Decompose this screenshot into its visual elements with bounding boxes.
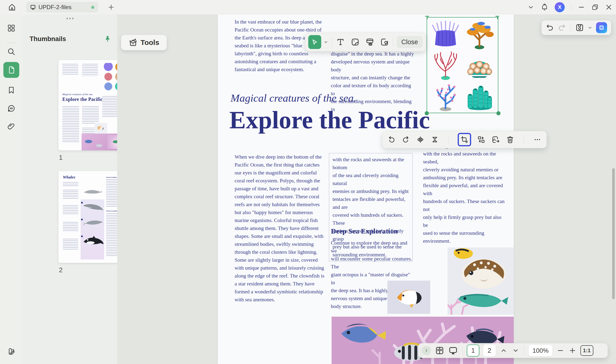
sidebar-item-comments[interactable]	[3, 100, 19, 116]
add-link-button[interactable]	[365, 37, 375, 48]
notifications-bell-icon[interactable]	[541, 3, 548, 11]
tab-list-chevron-icon[interactable]	[527, 4, 534, 11]
page-button-1[interactable]: 1	[467, 345, 479, 357]
previous-page-icon[interactable]	[500, 346, 508, 355]
home-icon	[8, 3, 16, 11]
ai-assistant-button[interactable]	[596, 22, 607, 33]
selection-handle-bottom-left[interactable]	[425, 111, 429, 115]
drag-dots-icon	[65, 17, 75, 20]
chevron-right-icon	[424, 348, 429, 353]
rotate-left-icon[interactable]	[387, 135, 396, 144]
toolbar-divider	[332, 37, 332, 47]
home-button[interactable]	[7, 2, 17, 12]
selection-handle-top-right[interactable]	[495, 16, 499, 19]
chevron-down-icon[interactable]	[323, 39, 328, 45]
sidebar-item-overview[interactable]	[3, 20, 19, 36]
page-navigation-toolbar: 1 2 100% 1:1	[418, 343, 608, 358]
close-window-icon[interactable]	[605, 3, 613, 11]
trash-icon[interactable]	[506, 135, 515, 144]
sidebar-item-attachments[interactable]	[3, 118, 19, 134]
crop-icon	[460, 135, 469, 144]
zoom-level-field[interactable]: 100%	[529, 345, 552, 356]
mini-paragraph	[63, 205, 78, 215]
image-icon	[350, 38, 360, 47]
minimize-icon[interactable]	[577, 3, 585, 11]
bookmark-icon	[7, 86, 16, 94]
search-icon	[7, 47, 16, 56]
rotate-right-icon[interactable]	[402, 135, 410, 144]
save-icon[interactable]	[575, 23, 584, 32]
mini-coral	[103, 73, 113, 82]
zoom-in-icon[interactable]	[568, 346, 576, 355]
actual-size-button[interactable]: 1:1	[580, 345, 593, 356]
new-tab-button[interactable]	[107, 3, 115, 12]
plus-icon	[108, 4, 115, 11]
pin-icon[interactable]	[104, 35, 112, 43]
mini-paragraph	[62, 106, 79, 143]
actual-size-label: 1:1	[583, 347, 591, 354]
mini-coral	[103, 82, 113, 91]
mini-whale-orca	[82, 235, 104, 246]
deep-sea-heading: Deep Sea Exploration	[331, 227, 398, 235]
flip-vertical-icon[interactable]	[431, 135, 439, 144]
panel-title: Thumbnails	[30, 35, 104, 43]
save-options-chevron-icon[interactable]	[587, 25, 593, 30]
page-button-2-label: 2	[488, 347, 491, 354]
sidebar-item-bookmarks[interactable]	[3, 82, 19, 98]
comment-icon	[7, 104, 16, 113]
selected-coral-image[interactable]	[427, 17, 498, 113]
document-tab[interactable]: UPDF-2-files	[26, 2, 98, 13]
page-button-2[interactable]: 2	[483, 345, 496, 357]
panel-drag-handle[interactable]	[23, 17, 117, 20]
sidebar-item-thumbnails[interactable]	[3, 62, 19, 78]
next-page-icon[interactable]	[512, 346, 520, 355]
image-edit-toolbar	[382, 131, 547, 148]
fish-photo-small[interactable]	[387, 281, 430, 314]
user-avatar[interactable]: X	[555, 2, 565, 12]
toolbar-divider	[571, 23, 571, 32]
mini-subtitle: Magical creatures of the sea.	[62, 93, 93, 96]
swatches-icon	[7, 347, 16, 356]
zoom-out-icon[interactable]	[556, 346, 564, 355]
mini-whale-sperm	[83, 219, 104, 228]
tools-button[interactable]: Tools	[121, 35, 167, 50]
undo-icon[interactable]	[546, 23, 554, 32]
selection-toolbar: Close	[305, 33, 426, 52]
selection-handle-bottom-right[interactable]	[496, 111, 501, 115]
fish-photo-right[interactable]	[448, 247, 514, 315]
add-location-button[interactable]	[379, 37, 390, 48]
document-subtitle: Magical creatures of the sea.	[231, 92, 356, 104]
collapse-toolbar-button[interactable]	[422, 346, 431, 355]
presentation-icon[interactable]	[448, 346, 458, 355]
mini-timeline-dot	[81, 235, 83, 237]
coral-dome-image	[462, 50, 496, 80]
add-image-button[interactable]	[350, 37, 361, 48]
crop-button-highlighted[interactable]	[458, 133, 471, 146]
link-icon	[365, 38, 374, 47]
coral-red-fan-image	[429, 50, 462, 80]
more-options-icon[interactable]	[533, 135, 542, 144]
add-text-button[interactable]	[336, 37, 346, 48]
select-tool-button[interactable]	[308, 35, 321, 49]
mini-whale-humpback	[82, 202, 104, 211]
sidebar-item-appearance[interactable]	[3, 344, 19, 359]
grid-icon	[7, 24, 16, 32]
replace-icon[interactable]	[477, 135, 486, 144]
selection-handle-top-left[interactable]	[425, 16, 429, 19]
export-image-icon[interactable]	[491, 135, 500, 144]
vertical-scrollbar[interactable]	[612, 168, 615, 299]
tab-label: UPDF-2-files	[39, 4, 89, 11]
redo-icon[interactable]	[558, 23, 566, 32]
mini-paragraph	[62, 64, 78, 75]
restore-window-icon[interactable]	[591, 4, 599, 11]
close-button[interactable]: Close	[397, 36, 423, 48]
thumbnail-2-number: 2	[59, 266, 63, 274]
two-page-view-icon[interactable]	[435, 346, 444, 355]
mini-paragraph	[63, 182, 78, 186]
mini-photo	[95, 123, 107, 134]
flip-horizontal-icon[interactable]	[416, 135, 425, 144]
toolbox-icon	[128, 38, 138, 47]
sidebar-item-search[interactable]	[3, 44, 19, 60]
mini-whale-gray	[83, 188, 103, 195]
sidebar-divider	[7, 43, 16, 43]
